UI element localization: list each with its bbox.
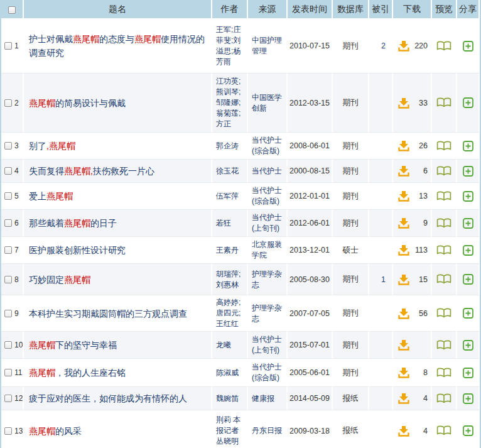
row-checkbox[interactable]	[4, 369, 12, 376]
open-book-icon[interactable]	[436, 368, 451, 378]
plus-square-icon[interactable]	[463, 166, 473, 177]
source-link[interactable]: 当代护士	[252, 167, 282, 175]
author-links[interactable]: 龙曦	[216, 341, 231, 349]
download-icon[interactable]	[397, 244, 410, 256]
plus-square-icon[interactable]	[463, 245, 473, 256]
open-book-icon[interactable]	[436, 41, 451, 52]
row-checkbox[interactable]	[4, 167, 12, 175]
result-title-link[interactable]: 那些戴着燕尾帽的日子	[29, 218, 117, 228]
row-checkbox[interactable]	[4, 310, 12, 317]
result-title-link[interactable]: 燕尾帽下的坚守与幸福	[29, 340, 117, 350]
open-book-icon[interactable]	[436, 425, 451, 436]
open-book-icon[interactable]	[436, 340, 451, 351]
result-title-link[interactable]: 巧妙固定燕尾帽	[29, 275, 90, 285]
share-cell	[457, 74, 480, 133]
author-links[interactable]: 若狂	[216, 219, 231, 227]
open-book-icon[interactable]	[436, 191, 451, 202]
row-checkbox[interactable]	[4, 246, 12, 254]
download-icon[interactable]	[397, 97, 410, 109]
author-links[interactable]: 江功英;熊训琴;邹隆娜;翁菊莲;方正	[216, 77, 240, 128]
plus-square-icon[interactable]	[463, 425, 473, 436]
open-book-icon[interactable]	[436, 166, 451, 177]
download-icon[interactable]	[397, 139, 410, 152]
open-book-icon[interactable]	[436, 141, 451, 151]
row-checkbox[interactable]	[4, 219, 12, 227]
author-links[interactable]: 王军;庄菲斐;刘溢思;杨芳雨	[216, 25, 240, 66]
download-icon[interactable]	[397, 273, 410, 286]
open-book-icon[interactable]	[436, 308, 451, 319]
author-links[interactable]: 郭企涛	[216, 141, 239, 150]
open-book-icon[interactable]	[436, 393, 451, 404]
source-link[interactable]: 健康报	[252, 394, 274, 403]
source-link[interactable]: 当代护士(上旬刊)	[252, 213, 282, 232]
select-all-checkbox[interactable]	[8, 6, 16, 14]
source-link[interactable]: 当代护士(上旬刊)	[252, 335, 282, 354]
plus-square-icon[interactable]	[463, 218, 473, 229]
download-cell: 4	[393, 387, 432, 410]
result-title-link[interactable]: 燕尾帽的简易设计与佩戴	[29, 98, 126, 108]
source-link[interactable]: 北京服装学院	[252, 240, 282, 260]
open-book-icon[interactable]	[436, 274, 451, 285]
source-link[interactable]: 当代护士(综合版)	[252, 186, 282, 205]
download-icon[interactable]	[397, 165, 410, 177]
row-checkbox[interactable]	[4, 142, 12, 150]
result-title-link[interactable]: 医护服装创新性设计研究	[29, 245, 126, 255]
plus-square-icon[interactable]	[463, 97, 473, 108]
result-title-link[interactable]: 疲于应对的医生，如何能成为有情怀的人	[29, 393, 187, 403]
plus-square-icon[interactable]	[463, 340, 473, 351]
row-checkbox[interactable]	[4, 395, 12, 402]
open-book-icon[interactable]	[436, 245, 451, 256]
row-checkbox[interactable]	[4, 341, 12, 349]
authors-cell: 若狂	[212, 210, 248, 237]
plus-square-icon[interactable]	[463, 308, 473, 319]
result-title-link[interactable]: 燕尾帽的风采	[29, 426, 82, 436]
result-title-link[interactable]: 爱上燕尾帽	[29, 191, 73, 201]
download-icon[interactable]	[397, 425, 410, 437]
download-count: 6	[423, 167, 428, 175]
source-link[interactable]: 护理学杂志	[252, 270, 282, 289]
plus-square-icon[interactable]	[463, 141, 473, 151]
author-links[interactable]: 胡瑞萍;刘惠林	[216, 270, 240, 289]
source-link[interactable]: 当代护士(综合版)	[252, 136, 282, 155]
author-links[interactable]: 王素丹	[216, 246, 239, 254]
row-checkbox[interactable]	[4, 42, 12, 50]
plus-square-icon[interactable]	[463, 393, 473, 404]
result-title-link[interactable]: 本科护生实习期戴圆筒帽的三方观点调查	[29, 309, 187, 319]
source-link[interactable]: 中国医学创新	[252, 93, 282, 112]
download-icon[interactable]	[397, 392, 410, 405]
row-checkbox[interactable]	[4, 192, 12, 200]
plus-square-icon[interactable]	[463, 274, 473, 285]
source-link[interactable]: 护理学杂志	[252, 303, 282, 323]
row-checkbox[interactable]	[4, 276, 12, 283]
source-link[interactable]: 当代护士(综合版)	[252, 363, 282, 382]
plus-square-icon[interactable]	[463, 368, 473, 378]
source-link[interactable]: 丹东日报	[252, 426, 282, 435]
author-links[interactable]: 高婷婷;唐四元;王红红	[216, 298, 240, 328]
col-header-share: 分享	[457, 0, 480, 19]
download-icon[interactable]	[397, 217, 410, 229]
author-links[interactable]: 伍军萍	[216, 192, 239, 200]
download-icon[interactable]	[397, 339, 410, 351]
result-title-link[interactable]: 燕尾帽，我的人生座右铭	[29, 368, 126, 378]
author-links[interactable]: 徐玉花	[216, 167, 239, 175]
download-icon[interactable]	[397, 307, 410, 320]
author-links[interactable]: 陈淑威	[216, 368, 239, 377]
cited-count[interactable]: 1	[369, 264, 393, 295]
source-link[interactable]: 中国护理管理	[252, 36, 282, 55]
result-title-link[interactable]: 别了,燕尾帽	[29, 141, 75, 151]
author-links[interactable]: 魏婉笛	[216, 394, 239, 403]
download-icon[interactable]	[397, 190, 410, 202]
plus-square-icon[interactable]	[463, 191, 473, 202]
author-links[interactable]: 荆莉 本报记者 丛晓明	[216, 415, 240, 445]
open-book-icon[interactable]	[436, 218, 451, 229]
row-checkbox[interactable]	[4, 99, 12, 107]
cited-count[interactable]: 2	[369, 19, 393, 74]
open-book-icon[interactable]	[436, 97, 451, 108]
download-icon[interactable]	[397, 40, 410, 52]
plus-square-icon[interactable]	[463, 41, 473, 52]
result-title-link[interactable]: 失而复得燕尾帽,扶伤救死一片心	[29, 166, 154, 176]
result-title-link[interactable]: 护士对佩戴燕尾帽的态度与燕尾帽使用情况的调查研究	[29, 34, 205, 58]
row-checkbox[interactable]	[4, 427, 12, 435]
title-text: 本科护生实习期戴圆筒帽的三方观点调查	[29, 309, 187, 319]
download-icon[interactable]	[397, 366, 410, 379]
